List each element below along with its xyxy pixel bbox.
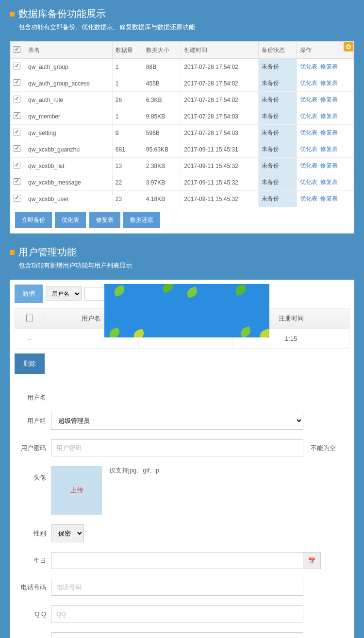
group-select[interactable]: 超级管理员 bbox=[51, 412, 303, 430]
label-qq: Q Q bbox=[15, 610, 51, 618]
select-all-checkbox[interactable] bbox=[26, 315, 33, 321]
password-hint: 不能为空 bbox=[311, 444, 336, 453]
repair-link[interactable]: 修复表 bbox=[320, 96, 338, 103]
optimize-link[interactable]: 优化表 bbox=[300, 129, 317, 136]
label-phone: 电话号码 bbox=[15, 583, 51, 592]
qq-field[interactable] bbox=[51, 605, 303, 622]
table-row: qw_xcxbb_user234.18KB2017-09-11 15:45:32… bbox=[11, 191, 354, 207]
repair-link[interactable]: 修复表 bbox=[320, 179, 338, 185]
table-row: qw_member19.85KB2017-07-28 17:54:03未备份优化… bbox=[11, 108, 354, 125]
repair-link[interactable]: 修复表 bbox=[320, 113, 338, 119]
repair-link[interactable]: 修复表 bbox=[320, 63, 338, 70]
repair-link[interactable]: 修复表 bbox=[320, 80, 338, 86]
avatar-hint: 仅支持jpg、gif、p bbox=[109, 466, 159, 475]
row-checkbox[interactable] bbox=[14, 63, 20, 69]
table-row: qw_auth_rule286.3KB2017-07-28 17:54:02未备… bbox=[11, 92, 354, 108]
optimize-link[interactable]: 优化表 bbox=[300, 63, 317, 70]
decorative-image bbox=[104, 284, 269, 337]
repair-link[interactable]: 修复表 bbox=[320, 162, 338, 169]
row-checkbox[interactable] bbox=[14, 178, 20, 185]
filter-select[interactable]: 用户名 bbox=[46, 286, 82, 301]
label-gender: 性别 bbox=[15, 529, 51, 538]
optimize-link[interactable]: 优化表 bbox=[300, 179, 317, 185]
db-section-header: 数据库备份功能展示 包含功能有立即备份、优化数据表、修复数据库与数据还原功能 bbox=[0, 0, 364, 36]
table-row: qw_auth_group188B2017-07-28 17:54:02未备份优… bbox=[11, 59, 354, 75]
db-section-sub: 包含功能有立即备份、优化数据表、修复数据库与数据还原功能 bbox=[10, 23, 354, 32]
row-checkbox[interactable] bbox=[14, 79, 20, 86]
add-button[interactable]: 新增 bbox=[15, 285, 43, 303]
db-col-0 bbox=[11, 42, 25, 59]
row-checkbox[interactable] bbox=[14, 129, 20, 135]
label-username: 用户名 bbox=[15, 393, 51, 402]
db-col-4: 创建时间 bbox=[181, 42, 259, 59]
gender-select[interactable]: 保密 bbox=[51, 524, 84, 542]
row-checkbox[interactable] bbox=[14, 112, 20, 119]
db-table: 表名数据量数据大小创建时间备份状态操作 qw_auth_group188B201… bbox=[10, 42, 354, 207]
db-col-2: 数据量 bbox=[112, 42, 143, 59]
table-row: qw_auth_group_access1455B2017-07-28 17:5… bbox=[11, 75, 354, 92]
optimize-link[interactable]: 优化表 bbox=[300, 96, 317, 103]
label-password: 用户密码 bbox=[15, 444, 51, 453]
db-section-title: 数据库备份功能展示 bbox=[10, 7, 354, 20]
db-col-3: 数据大小 bbox=[143, 42, 181, 59]
label-group: 用户组 bbox=[15, 417, 51, 425]
repair-link[interactable]: 修复表 bbox=[320, 129, 338, 136]
repair-button[interactable]: 修复表 bbox=[89, 212, 120, 228]
row-checkbox[interactable] bbox=[14, 162, 20, 168]
table-row: qw_xcxbb_guanzhu68195.63KB2017-09-11 15:… bbox=[11, 141, 354, 158]
db-col-5: 备份状态 bbox=[259, 42, 297, 59]
user-section-sub: 包含功能有新增用户功能与用户列表显示 bbox=[10, 261, 354, 270]
row-checkbox[interactable] bbox=[14, 96, 20, 102]
user-section-title: 用户管理功能 bbox=[10, 246, 354, 259]
calendar-icon[interactable]: 📅 bbox=[303, 552, 321, 569]
optimize-link[interactable]: 优化表 bbox=[300, 113, 317, 119]
restore-button[interactable]: 数据还原 bbox=[123, 212, 160, 228]
table-row: qw_xcxbb_message223.97KB2017-09-11 15:45… bbox=[11, 174, 354, 191]
label-birthday: 生日 bbox=[15, 556, 51, 565]
password-field[interactable] bbox=[51, 439, 303, 456]
optimize-link[interactable]: 优化表 bbox=[300, 195, 317, 202]
upload-button[interactable]: 上传 bbox=[51, 466, 102, 515]
label-avatar: 头像 bbox=[15, 466, 51, 482]
delete-button[interactable]: 删除 bbox=[15, 353, 45, 374]
optimize-link[interactable]: 优化表 bbox=[300, 80, 317, 86]
phone-field[interactable] bbox=[51, 579, 303, 596]
repair-link[interactable]: 修复表 bbox=[320, 146, 338, 152]
db-actions: 立即备份 优化表 修复表 数据还原 bbox=[10, 207, 354, 233]
table-row: qw_setting9596B2017-07-28 17:54:03未备份优化表… bbox=[11, 125, 354, 141]
optimize-link[interactable]: 优化表 bbox=[300, 146, 317, 152]
backup-button[interactable]: 立即备份 bbox=[15, 212, 52, 228]
user-section-header: 用户管理功能 包含功能有新增用户功能与用户列表显示 bbox=[0, 238, 364, 275]
select-all-db[interactable] bbox=[14, 46, 20, 53]
optimize-link[interactable]: 优化表 bbox=[300, 162, 317, 169]
gear-icon[interactable]: ✿ bbox=[344, 42, 353, 51]
row-checkbox[interactable] bbox=[14, 195, 20, 201]
db-panel: 表名数据量数据大小创建时间备份状态操作 qw_auth_group188B201… bbox=[10, 41, 354, 234]
user-form: 用户名 用户组 超级管理员 用户密码 不能为空 头像 上传 仅支持jpg、gif… bbox=[10, 384, 354, 638]
birthday-field[interactable] bbox=[51, 552, 303, 569]
repair-link[interactable]: 修复表 bbox=[320, 195, 338, 202]
optimize-button[interactable]: 优化表 bbox=[55, 212, 86, 228]
row-checkbox[interactable] bbox=[14, 145, 20, 152]
email-field[interactable] bbox=[51, 632, 303, 638]
db-col-1: 表名 bbox=[25, 42, 113, 59]
table-row: qw_xcxbb_list132.38KB2017-09-11 15:45:32… bbox=[11, 158, 354, 174]
